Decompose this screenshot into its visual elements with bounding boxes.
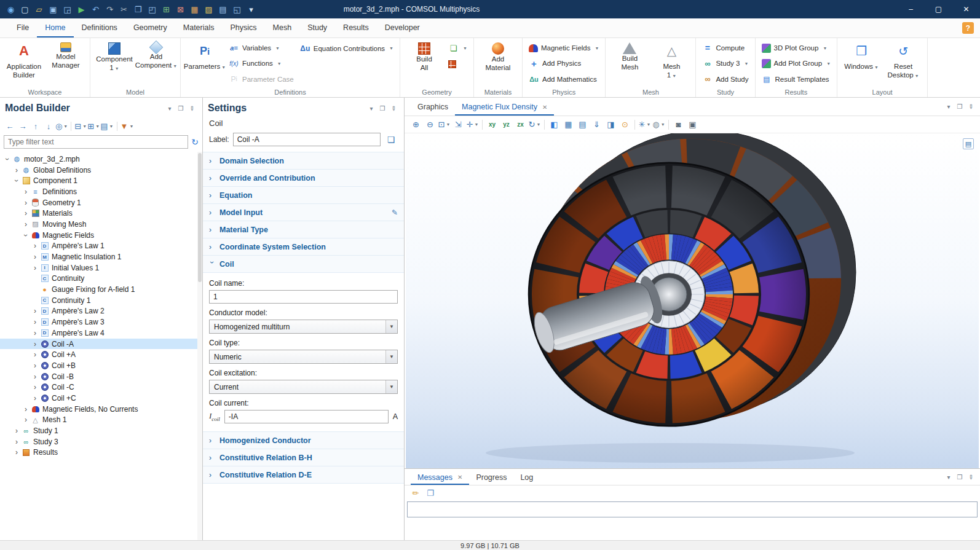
matrix-alt-icon[interactable]: ▨ (202, 2, 216, 16)
tree-item-coil-b[interactable]: ›Coil +B (0, 360, 202, 371)
expand-arrow-icon[interactable]: › (22, 416, 30, 423)
redo-icon[interactable]: ↷ (103, 2, 117, 16)
tree-item-global-definitions[interactable]: ›◍Global Definitions (0, 165, 202, 176)
delete-row-icon[interactable]: ⊠ (173, 2, 188, 16)
zoom-out-icon[interactable]: ⊖ (424, 118, 437, 131)
menu-tab-file[interactable]: File (9, 18, 37, 37)
expand-arrow-icon[interactable]: › (31, 395, 39, 402)
menu-tab-study[interactable]: Study (299, 18, 335, 37)
settings-pin-icon[interactable]: ✎ (388, 103, 399, 114)
tree-item-coil-c[interactable]: ›Coil -C (0, 382, 202, 393)
expand-arrow-icon[interactable]: › (13, 449, 20, 456)
environment-icon[interactable]: ◍▼ (652, 118, 665, 131)
expand-arrow-icon[interactable]: › (4, 155, 11, 163)
tree-scrollbar[interactable] (197, 152, 202, 540)
cut-icon[interactable]: ✂ (117, 2, 131, 16)
camera-icon[interactable]: ◙ (672, 118, 685, 131)
physics-interface-select[interactable]: Magnetic Fields▼ (526, 41, 601, 55)
add-component-button[interactable]: AddComponent▼ (136, 41, 176, 70)
node-order-icon[interactable]: ▤▼ (100, 120, 113, 132)
tree-item-component-1[interactable]: ›Component 1 (0, 175, 202, 186)
add-material-button[interactable]: AddMaterial (478, 41, 518, 73)
menu-tab-materials[interactable]: Materials (175, 18, 223, 37)
graphics-tab-magnetic-flux-density[interactable]: Magnetic Flux Density✕ (455, 98, 554, 116)
conductor-model-select[interactable]: Homogenized multiturn ▼ (209, 320, 398, 334)
expand-arrow-icon[interactable]: › (31, 307, 39, 315)
tree-item-study-1[interactable]: ›∞Study 1 (0, 425, 202, 436)
expand-arrow-icon[interactable]: › (31, 253, 39, 261)
close-button[interactable]: ✕ (952, 0, 980, 18)
zoom-in-icon[interactable]: ⊕ (409, 118, 422, 131)
expand-arrow-icon[interactable]: › (22, 188, 30, 195)
model-builder-pin-icon[interactable]: ✎ (186, 103, 197, 114)
tree-item-moving-mesh[interactable]: ›▨Moving Mesh (0, 219, 202, 230)
refresh-tree-icon[interactable]: ↻ (191, 137, 199, 147)
tree-item-geometry-1[interactable]: ›Geometry 1 (0, 197, 202, 208)
label-input[interactable] (233, 133, 381, 146)
messages-pin-icon[interactable]: ✎ (965, 471, 976, 482)
coil-type-select[interactable]: Numeric ▼ (209, 350, 398, 364)
section-header-coordinate-system-selection[interactable]: ›Coordinate System Selection (203, 238, 404, 256)
messages-tab-progress[interactable]: Progress (469, 469, 513, 485)
settings-float-icon[interactable]: ❐ (377, 103, 388, 114)
messages-tab-log[interactable]: Log (513, 469, 540, 485)
back-icon[interactable]: ← (4, 120, 16, 132)
mesh-1-button[interactable]: △Mesh1▼ (651, 41, 692, 80)
section-header-equation[interactable]: ›Equation (203, 186, 404, 204)
expand-arrow-icon[interactable]: › (22, 199, 30, 206)
tree-item-coil-a[interactable]: ›Coil +A (0, 349, 202, 360)
export-plot-icon[interactable]: ⇓ (590, 118, 603, 131)
print-icon[interactable]: ▣ (686, 118, 699, 131)
tree-item-motor-3d-2-mph[interactable]: ›◍motor_3d_2.mph (0, 154, 202, 165)
insert-row-icon[interactable]: ⊞ (159, 2, 173, 16)
tree-item-coil-b[interactable]: ›Coil -B (0, 371, 202, 382)
messages-tab-messages[interactable]: Messages✕ (411, 469, 469, 485)
component-1-button[interactable]: Component1▼ (94, 41, 135, 73)
new-file-icon[interactable]: ▢ (18, 2, 32, 16)
update-view-icon[interactable]: ↻▼ (528, 118, 541, 131)
lock-axis-icon[interactable]: ⊙ (618, 118, 631, 131)
transparency-icon[interactable]: ◧ (548, 118, 561, 131)
build-mesh-button[interactable]: BuildMesh (609, 41, 650, 72)
tree-item-amp-re-s-law-3[interactable]: ›DAmpère's Law 3 (0, 316, 202, 328)
section-header-constitutive-relation-d-e[interactable]: ›Constitutive Relation D-E (203, 466, 404, 484)
copy-icon[interactable]: ❐ (131, 2, 145, 16)
expand-arrow-icon[interactable]: › (22, 232, 30, 239)
menu-tab-definitions[interactable]: Definitions (74, 18, 125, 37)
move-down-icon[interactable]: ↓ (42, 120, 55, 132)
application-builder-button[interactable]: AApplicationBuilder (4, 41, 44, 80)
tree-item-gauge-fixing-for-a-field-1[interactable]: ●Gauge Fixing for A-field 1 (0, 284, 202, 295)
show-icon[interactable]: ◎▼ (55, 120, 68, 132)
find-table-icon[interactable]: ◱ (230, 2, 244, 16)
expand-arrow-icon[interactable]: › (31, 351, 39, 358)
section-header-coil[interactable]: › Coil (203, 255, 404, 273)
coil-excitation-select[interactable]: Current ▼ (209, 380, 398, 394)
expand-arrow-icon[interactable]: › (31, 329, 39, 337)
tree-item-amp-re-s-law-4[interactable]: ›DAmpère's Law 4 (0, 328, 202, 339)
expand-arrow-icon[interactable]: › (13, 438, 20, 446)
tree-item-study-3[interactable]: ›∞Study 3 (0, 436, 202, 447)
save-as-icon[interactable]: ◲ (60, 2, 74, 16)
scene-light-icon[interactable]: ✳▼ (638, 118, 651, 131)
model-builder-menu-icon[interactable]: ▾ (164, 103, 175, 114)
graphics-float-icon[interactable]: ❐ (954, 101, 965, 112)
help-button[interactable]: ? (962, 22, 974, 34)
expand-arrow-icon[interactable]: › (22, 221, 30, 228)
windows-button[interactable]: ❐Windows▼ (841, 41, 882, 71)
expand-arrow-icon[interactable]: › (13, 167, 20, 174)
expand-arrow-icon[interactable]: › (31, 362, 39, 369)
settings-menu-icon[interactable]: ▾ (366, 103, 377, 114)
add-mathematics-button[interactable]: ΔuAdd Mathematics (526, 72, 601, 87)
clear-messages-icon[interactable]: ✏ (409, 487, 422, 499)
move-up-icon[interactable]: ↑ (30, 120, 42, 132)
close-tab-icon[interactable]: ✕ (542, 104, 547, 111)
graphics-menu-icon[interactable]: ▾ (943, 101, 954, 112)
tree-item-coil-a[interactable]: ›Coil -A (0, 339, 202, 350)
toolbar-overflow-icon[interactable]: ▾ (244, 2, 258, 16)
edit-model-input-icon[interactable]: ✎ (392, 208, 398, 217)
open-file-icon[interactable]: ▱ (32, 2, 46, 16)
comsol-logo[interactable]: ◉ (4, 2, 18, 16)
table-icon[interactable]: ▤ (216, 2, 230, 16)
undo-icon[interactable]: ↶ (89, 2, 103, 16)
coil-current-input[interactable] (224, 410, 389, 423)
